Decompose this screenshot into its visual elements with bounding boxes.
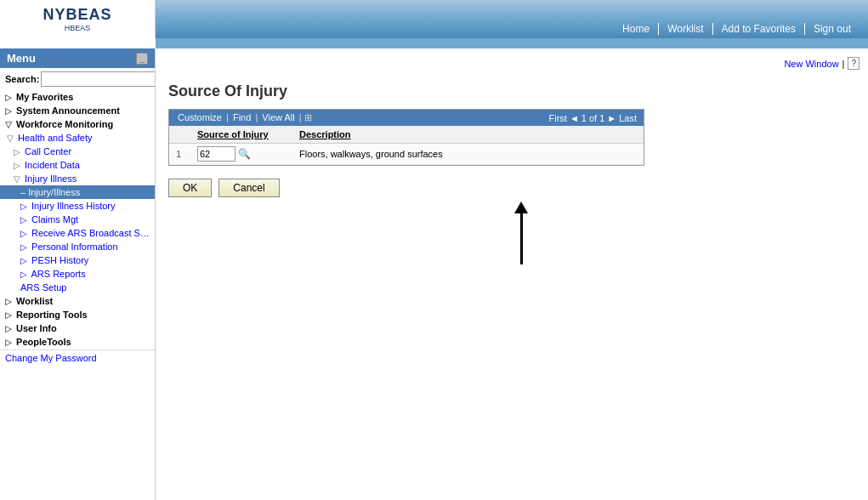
sidebar-item-personal-information[interactable]: ▷ Personal Information xyxy=(0,240,155,253)
logo-area: NYBEAS HBEAS xyxy=(0,0,156,38)
grid-container: Customize | Find | View All | ⊞ First ◄ … xyxy=(168,109,644,166)
grid-toolbar-links: Customize | Find | View All | ⊞ xyxy=(176,112,312,123)
expand-icon: ▷ xyxy=(20,242,27,252)
expand-icon: ▷ xyxy=(5,106,12,116)
help-icon-button[interactable]: ? xyxy=(848,57,859,70)
nav-divider xyxy=(0,349,155,350)
customize-link[interactable]: Customize xyxy=(178,112,222,122)
col-header-num xyxy=(176,129,197,139)
sidebar-item-ars-reports[interactable]: ▷ ARS Reports xyxy=(0,267,155,281)
col-header-desc: Description xyxy=(299,129,637,139)
search-input[interactable] xyxy=(41,71,156,87)
nav-label: Call Center xyxy=(25,146,71,156)
logo-sub: HBEAS xyxy=(43,24,111,32)
sidebar-item-call-center[interactable]: ▷ Call Center xyxy=(0,145,155,158)
sidebar-item-pesh-history[interactable]: ▷ PESH History xyxy=(0,253,155,267)
sidebar-item-workforce-monitoring[interactable]: ▽ Workforce Monitoring xyxy=(0,117,155,131)
sidebar-item-injury-illness-history[interactable]: ▷ Injury Illness History xyxy=(0,199,155,213)
new-window-bar: New Window | ? xyxy=(784,57,859,70)
arrow-shaft xyxy=(520,213,523,264)
sidebar: Menu _ Search: ▶▶ ▷ My Favorites ▷ Syste… xyxy=(0,48,156,500)
expand-icon: ▷ xyxy=(20,229,27,238)
nav-label: User Info xyxy=(16,323,57,333)
source-input[interactable] xyxy=(197,146,235,162)
expand-icon: ▷ xyxy=(20,270,27,279)
sidebar-item-change-password[interactable]: Change My Password xyxy=(0,351,155,365)
view-all-link[interactable]: View All xyxy=(262,112,294,122)
row-source: 🔍 xyxy=(197,146,299,162)
sidebar-item-my-favorites[interactable]: ▷ My Favorites xyxy=(0,90,155,104)
page-indicator: 1 of 1 xyxy=(582,113,605,123)
sidebar-item-reporting-tools[interactable]: ▷ Reporting Tools xyxy=(0,308,155,321)
nav-label: Injury Illness xyxy=(25,173,77,184)
expand-icon: ▷ xyxy=(5,324,12,333)
new-window-link[interactable]: New Window xyxy=(784,59,838,69)
sidebar-item-worklist[interactable]: ▷ Worklist xyxy=(0,294,155,308)
nav-label: Receive ARS Broadcast System xyxy=(31,228,155,238)
sidebar-item-injury-illness-sub[interactable]: – Injury/Illness xyxy=(0,185,155,199)
sidebar-minimize-button[interactable]: _ xyxy=(136,53,148,65)
search-row: Search: ▶▶ xyxy=(0,68,155,90)
sep2: | xyxy=(255,112,260,122)
sidebar-item-injury-illness[interactable]: ▽ Injury Illness xyxy=(0,172,155,185)
next-link[interactable]: ► xyxy=(607,113,616,123)
cancel-button[interactable]: Cancel xyxy=(218,179,279,197)
expand-icon: ▷ xyxy=(20,215,27,224)
lookup-icon[interactable]: 🔍 xyxy=(238,148,251,160)
logo-text: NYBEAS xyxy=(43,6,111,24)
expand-icon: ▽ xyxy=(14,174,20,184)
row-num: 1 xyxy=(176,149,197,159)
grid-toolbar: Customize | Find | View All | ⊞ First ◄ … xyxy=(169,110,644,126)
layout: Menu _ Search: ▶▶ ▷ My Favorites ▷ Syste… xyxy=(0,48,868,500)
nav-label: Personal Information xyxy=(31,241,118,252)
find-link[interactable]: Find xyxy=(233,112,251,122)
sep1: | xyxy=(226,112,231,122)
expand-icon: ▷ xyxy=(5,297,12,306)
expand-icon: ▷ xyxy=(20,202,27,211)
page-title: Source Of Injury xyxy=(168,82,855,100)
sidebar-item-claims-mgt[interactable]: ▷ Claims Mgt xyxy=(0,213,155,226)
prev-link[interactable]: ◄ xyxy=(570,113,579,123)
worklist-link[interactable]: Worklist xyxy=(659,23,712,35)
nav-label: Workforce Monitoring xyxy=(16,119,113,129)
expand-icon: ▷ xyxy=(14,161,20,170)
search-label: Search: xyxy=(5,74,39,84)
expand-icon: ▷ xyxy=(5,338,12,347)
nav-label: Worklist xyxy=(16,296,53,306)
ok-button[interactable]: OK xyxy=(168,179,212,197)
nav-label: Injury Illness History xyxy=(31,201,115,211)
grid-body: 1 🔍 Floors, walkways, ground surfaces xyxy=(169,144,644,165)
arrow-indicator xyxy=(187,202,855,264)
first-link[interactable]: First xyxy=(549,113,567,123)
last-link[interactable]: Last xyxy=(619,113,637,123)
sidebar-header: Menu _ xyxy=(0,48,155,68)
expand-icon: ▷ xyxy=(5,93,12,102)
sidebar-item-receive-ars[interactable]: ▷ Receive ARS Broadcast System xyxy=(0,226,155,240)
arrow-head xyxy=(514,202,528,213)
nav-label: Incident Data xyxy=(25,160,80,170)
grid-header: Source of Injury Description xyxy=(169,126,644,144)
nav-label: ARS Reports xyxy=(31,269,85,279)
button-row: OK Cancel xyxy=(168,179,855,197)
add-favorites-link[interactable]: Add to Favorites xyxy=(713,23,805,35)
nav-label: Claims Mgt xyxy=(31,214,78,224)
sidebar-item-health-and-safety[interactable]: ▽ Health and Safety xyxy=(0,131,155,145)
row-desc: Floors, walkways, ground surfaces xyxy=(299,149,637,159)
top-nav: Home Worklist Add to Favorites Sign out xyxy=(614,23,859,35)
nav-label: Health and Safety xyxy=(18,133,92,143)
sidebar-item-system-announcement[interactable]: ▷ System Announcement xyxy=(0,104,155,117)
expand-icon: ▷ xyxy=(5,310,12,320)
separator: | xyxy=(842,59,845,69)
sidebar-title: Menu xyxy=(7,52,36,65)
nav-label: Reporting Tools xyxy=(16,310,88,320)
nav-label: System Announcement xyxy=(16,105,120,116)
table-row: 1 🔍 Floors, walkways, ground surfaces xyxy=(169,144,644,165)
sidebar-item-ars-setup[interactable]: ARS Setup xyxy=(0,281,155,294)
sidebar-item-incident-data[interactable]: ▷ Incident Data xyxy=(0,158,155,172)
expand-icon: ▽ xyxy=(7,134,14,143)
sign-out-link[interactable]: Sign out xyxy=(805,23,859,35)
home-link[interactable]: Home xyxy=(614,23,659,35)
grid-nav: First ◄ 1 of 1 ► Last xyxy=(549,113,638,123)
sidebar-item-people-tools[interactable]: ▷ PeopleTools xyxy=(0,335,155,349)
sidebar-item-user-info[interactable]: ▷ User Info xyxy=(0,321,155,335)
